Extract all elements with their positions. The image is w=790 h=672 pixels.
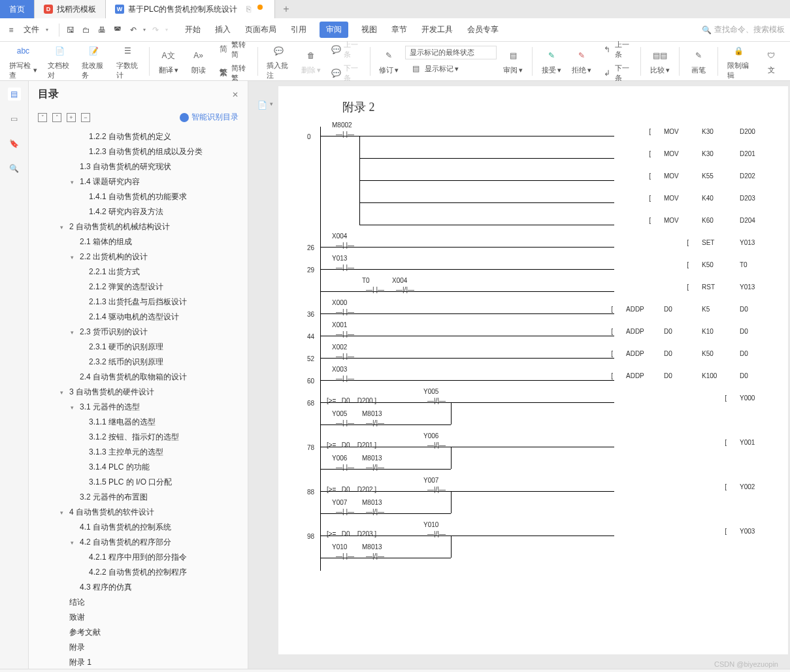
save-as-icon[interactable]: 🗀 (80, 24, 92, 36)
accept-button[interactable]: ✎接受▾ (538, 46, 565, 76)
outline-item[interactable]: 2.3.2 纸币的识别原理 (33, 355, 248, 370)
outline-item[interactable]: 附录 1 (33, 655, 248, 669)
outline-item[interactable]: 4 自动售货机的软件设计 (33, 505, 248, 520)
tab-document-active[interactable]: W 基于PLC的售货机控制系统设计 ⎘ (106, 0, 275, 18)
outline-item[interactable]: 1.2.3 自动售货机的组成以及分类 (33, 144, 248, 159)
wordcount-button[interactable]: ☰字数统计 (112, 41, 144, 82)
outline-item[interactable]: 4.2 自动售货机的程序部分 (33, 535, 248, 550)
outline-caret-icon[interactable] (71, 254, 77, 261)
insert-comment-button[interactable]: 💬插入批注 (263, 41, 294, 82)
outline-item[interactable]: 3.1.3 主控单元的选型 (33, 445, 248, 460)
outline-item[interactable]: 2.3 货币识别的设计 (33, 325, 248, 340)
outline-item[interactable]: 2.1.4 驱动电机的选型设计 (33, 310, 248, 325)
doc-auth-button[interactable]: 🛡文 (757, 46, 785, 76)
menu-view[interactable]: 视图 (360, 22, 378, 38)
pen-button[interactable]: ✎画笔 (685, 46, 712, 76)
tab-home[interactable]: 首页 (0, 0, 35, 18)
outline-item[interactable]: 2.1 箱体的组成 (33, 234, 248, 249)
redo-icon[interactable]: ↷ (150, 24, 161, 36)
menu-chapter[interactable]: 章节 (390, 22, 408, 38)
review-pane-button[interactable]: ▤审阅▾ (499, 46, 527, 76)
translate-button[interactable]: A文翻译▾ (155, 46, 182, 76)
close-outline-button[interactable]: ✕ (232, 90, 239, 99)
new-tab-button[interactable]: + (275, 0, 297, 18)
outline-item[interactable]: 附录 (33, 640, 248, 655)
outline-item[interactable]: 1.4 课题研究内容 (33, 174, 248, 189)
document-canvas[interactable]: 📄▾ 附录 2 0M8002—| |—[MOVK30D200[MOVK30D20… (248, 81, 790, 669)
outline-caret-icon[interactable] (71, 179, 77, 185)
markup-state-dropdown[interactable]: 显示标记的最终状态 (405, 46, 497, 59)
trad-to-simp-button[interactable]: 简繁转简 (215, 39, 252, 61)
command-search[interactable]: 🔍 查找命令、搜索模板 (702, 24, 785, 35)
outline-item[interactable]: 2.4 自动售货机的取物箱的设计 (33, 370, 248, 385)
outline-item[interactable]: 3.2 元器件的布置图 (33, 490, 248, 505)
outline-item[interactable]: 3.1.2 按钮、指示灯的选型 (33, 430, 248, 445)
prev-change-button[interactable]: ↰上一条 (598, 39, 635, 61)
page-icon[interactable]: 📄 (257, 101, 267, 110)
show-markup-button[interactable]: ▤显示标记▾ (405, 61, 497, 76)
outline-caret-icon[interactable] (71, 404, 77, 411)
prev-comment-button[interactable]: 💬上一条 (327, 39, 365, 61)
outline-item[interactable]: 2.2 出货机构的设计 (33, 249, 248, 264)
outline-item[interactable]: 3.1.1 继电器的选型 (33, 415, 248, 430)
outline-item[interactable]: 2.3.1 硬币的识别原理 (33, 340, 248, 355)
outline-item[interactable]: 3.1.5 PLC 的 I/O 口分配 (33, 475, 248, 490)
outline-item[interactable]: 3.1.4 PLC 的功能 (33, 460, 248, 475)
menu-insert[interactable]: 插入 (214, 22, 232, 38)
undo-icon[interactable]: ↶ (127, 24, 139, 36)
expand-all-icon[interactable]: ˄ (52, 113, 61, 122)
outline-item[interactable]: 1.4.1 自动售货机的功能要求 (33, 189, 248, 204)
print-preview-icon[interactable]: ◚ (112, 24, 123, 36)
outline-item[interactable]: 4.2.1 程序中用到的部分指令 (33, 550, 248, 565)
menu-review[interactable]: 审阅 (320, 22, 348, 38)
menu-start[interactable]: 开始 (184, 22, 202, 38)
outline-caret-icon[interactable] (60, 389, 67, 396)
outline-item[interactable]: 参考文献 (33, 625, 248, 640)
outline-item[interactable]: 1.3 自动售货机的研究现状 (33, 159, 248, 174)
menu-layout[interactable]: 页面布局 (244, 22, 278, 38)
outline-item[interactable]: 3.1 元器件的选型 (33, 400, 248, 415)
outline-item[interactable]: 3 自动售货机的硬件设计 (33, 385, 248, 400)
outline-item[interactable]: 1.4.2 研究内容及方法 (33, 204, 248, 219)
outline-item[interactable]: 2.1.3 出货托盘与后挡板设计 (33, 295, 248, 310)
readaloud-button[interactable]: A»朗读 (185, 46, 212, 76)
outline-item[interactable]: 致谢 (33, 610, 248, 625)
outline-item[interactable]: 2.1.2 弹簧的选型设计 (33, 280, 248, 295)
outline-item[interactable]: 4.3 程序的仿真 (33, 580, 248, 595)
tab-template[interactable]: D 找稻壳模板 (35, 0, 106, 18)
file-menu[interactable]: 文件 (21, 23, 42, 37)
outline-item[interactable]: 结论 (33, 595, 248, 610)
delete-comment-button[interactable]: 🗑删除▾ (297, 46, 325, 76)
find-icon[interactable]: 🔍 (8, 162, 21, 175)
compare-button[interactable]: ▤▤比较▾ (646, 46, 674, 76)
proofread-button[interactable]: 📄文档校对 (44, 41, 75, 82)
outline-caret-icon[interactable] (60, 224, 67, 231)
save-icon[interactable]: 🖫 (65, 24, 76, 36)
outline-icon[interactable]: ▤ (8, 88, 21, 101)
track-changes-button[interactable]: ✎修订▾ (375, 46, 403, 76)
outline-item[interactable]: 4.2.2 自动售货机的控制程序 (33, 565, 248, 580)
collapse-all-icon[interactable]: ˅ (38, 113, 47, 122)
outline-item[interactable]: 2 自动售货机的机械结构设计 (33, 219, 248, 234)
outline-item[interactable]: 2.2.1 出货方式 (33, 264, 248, 280)
add-level-icon[interactable]: + (67, 113, 76, 122)
bookmark-icon[interactable]: 🔖 (8, 137, 21, 150)
menu-member[interactable]: 会员专享 (466, 22, 500, 38)
print-icon[interactable]: 🖶 (96, 24, 108, 36)
reject-button[interactable]: ✎拒绝▾ (568, 46, 595, 76)
smart-outline-button[interactable]: 智能识别目录 (180, 112, 239, 123)
menu-devtools[interactable]: 开发工具 (420, 22, 454, 38)
thumbnail-icon[interactable]: ▭ (8, 112, 21, 125)
menu-reference[interactable]: 引用 (289, 22, 308, 38)
remove-level-icon[interactable]: − (81, 113, 90, 122)
revise-service-button[interactable]: 📝批改服务 (78, 41, 109, 82)
spellcheck-button[interactable]: abc拼写检查▾ (5, 41, 41, 82)
restrict-edit-button[interactable]: 🔒限制编辑 (723, 41, 755, 82)
menu-icon[interactable]: ≡ (5, 24, 17, 36)
outline-list[interactable]: 1.2.2 自动售货机的定义1.2.3 自动售货机的组成以及分类1.3 自动售货… (29, 127, 248, 669)
outline-caret-icon[interactable] (71, 539, 77, 546)
outline-item[interactable]: 1.2.2 自动售货机的定义 (33, 129, 248, 144)
outline-item[interactable]: 4.1 自动售货机的控制系统 (33, 520, 248, 535)
outline-caret-icon[interactable] (60, 509, 67, 516)
outline-caret-icon[interactable] (71, 329, 77, 336)
